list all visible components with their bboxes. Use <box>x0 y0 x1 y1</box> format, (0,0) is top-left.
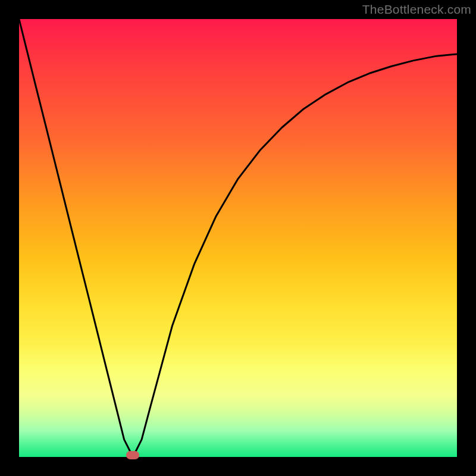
minimum-marker <box>126 451 139 459</box>
plot-area <box>19 19 457 457</box>
curve-svg <box>19 19 457 457</box>
chart-frame: TheBottleneck.com <box>0 0 476 476</box>
watermark-text: TheBottleneck.com <box>362 2 471 17</box>
bottleneck-curve <box>19 19 457 457</box>
